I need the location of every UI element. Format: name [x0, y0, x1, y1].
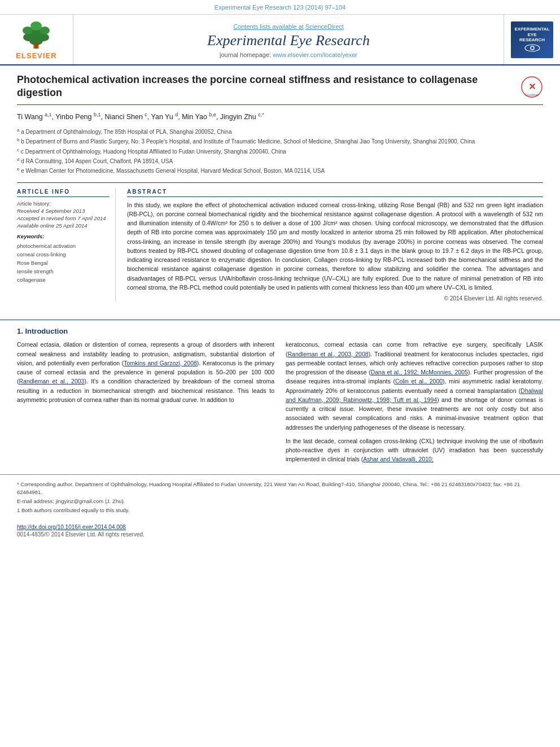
history-label: Article history: [17, 200, 110, 207]
ref-dhaliwal[interactable]: Dhaliwal and Kaufman, 2009; Rabinowitz, … [286, 387, 543, 403]
abstract-column: ABSTRACT In this study, we explore the e… [127, 189, 543, 302]
article-info-column: ARTICLE INFO Article history: Received 4… [17, 189, 116, 302]
ref-randleman2[interactable]: Randleman et al., 2003, 2008 [288, 351, 369, 357]
ref-tomkins[interactable]: Tomkins and Garzozi, 2008 [124, 360, 196, 366]
journal-logo-box: EXPERIMENTALEYERESEARCH [511, 21, 553, 58]
journal-logo-section: EXPERIMENTALEYERESEARCH [504, 15, 560, 64]
elsevier-tree-icon [16, 19, 56, 50]
equal-contrib-footnote: 1 Both authors contributed equally to th… [17, 506, 543, 514]
keywords-label: Keywords: [17, 233, 110, 239]
svg-text:✕: ✕ [528, 82, 536, 91]
elsevier-logo-section: ELSEVIER [0, 15, 73, 64]
article-area: Photochemical activation increases the p… [0, 65, 560, 313]
intro-section: 1. Introduction Corneal ectasia, dilatio… [0, 327, 560, 468]
keyword-3: Rose Bengal [17, 259, 110, 267]
email-footnote: E-mail address: jingyinz@gmail.com (J. Z… [17, 497, 543, 505]
keyword-5: collagenase [17, 276, 110, 284]
journal-logo-title: EXPERIMENTALEYERESEARCH [514, 27, 549, 43]
issn-line: 0014-4835/© 2014 Elsevier Ltd. All right… [17, 531, 560, 538]
accepted-date: Accepted in revised form 7 April 2014 [17, 215, 110, 221]
authors-line: Ti Wang a,1, Yinbo Peng b,1, Nianci Shen… [17, 111, 543, 123]
ref-colin[interactable]: Colin et al., 2000 [395, 378, 443, 385]
journal-homepage: journal homepage: www.elsevier.com/locat… [220, 51, 357, 58]
intro-heading: 1. Introduction [17, 327, 543, 335]
section-divider [0, 320, 560, 320]
elsevier-text: ELSEVIER [16, 51, 56, 60]
svg-text:CrossMark: CrossMark [525, 93, 539, 97]
eye-icon [524, 44, 540, 53]
doi-line[interactable]: http://dx.doi.org/10.1016/j.exer.2014.04… [17, 524, 560, 530]
journal-title: Experimental Eye Research [207, 32, 370, 49]
sciencedirect-link[interactable]: ScienceDirect [305, 23, 344, 30]
intro-col-right: keratoconus, corneal ectasia can come fr… [286, 340, 543, 468]
keyword-1: photochemical activation [17, 242, 110, 250]
article-history: Article history: Received 4 September 20… [17, 200, 110, 229]
article-title: Photochemical activation increases the p… [17, 73, 515, 100]
svg-rect-8 [34, 43, 38, 49]
journal-citation: Experimental Eye Research 123 (2014) 97–… [215, 4, 345, 11]
footnotes-area: * Corresponding author. Department of Op… [0, 474, 560, 519]
intro-two-col: Corneal ectasia, dilation or distention … [17, 340, 543, 468]
abstract-paragraph: In this study, we explore the effect of … [127, 200, 543, 292]
available-date: Available online 25 April 2014 [17, 222, 110, 229]
journal-header: ELSEVIER Contents lists available at Sci… [0, 15, 560, 65]
top-bar: Experimental Eye Research 123 (2014) 97–… [0, 0, 560, 15]
keyword-2: corneal cross-linking [17, 250, 110, 259]
homepage-url[interactable]: www.elsevier.com/locate/yexer [273, 51, 357, 58]
affiliations: a a Department of Ophthalmology, The 85t… [17, 127, 543, 176]
intro-right-text-1: keratoconus, corneal ectasia can come fr… [286, 340, 543, 432]
article-info-label: ARTICLE INFO [17, 189, 110, 197]
abstract-label: ABSTRACT [127, 189, 543, 197]
ref-randleman[interactable]: Randleman et al., 2003 [19, 378, 85, 385]
ref-ashar[interactable]: Ashar and Vadavalli, 2010; [363, 456, 434, 462]
keywords-section: Keywords: photochemical activation corne… [17, 233, 110, 285]
crossmark[interactable]: ✕ CrossMark [520, 76, 543, 98]
received-date: Received 4 September 2013 [17, 208, 110, 214]
journal-header-center: Contents lists available at ScienceDirec… [73, 15, 504, 64]
contents-line: Contents lists available at ScienceDirec… [233, 23, 344, 30]
svg-point-11 [531, 47, 533, 49]
corresponding-footnote: * Corresponding author. Department of Op… [17, 480, 543, 497]
article-info-abstract-section: ARTICLE INFO Article history: Received 4… [17, 182, 543, 302]
ref-dana[interactable]: Dana et al., 1992; McMonnies, 2005 [371, 369, 468, 375]
intro-right-text-2: In the last decade, corneal collagen cro… [286, 436, 543, 464]
crossmark-icon: ✕ CrossMark [521, 76, 542, 98]
abstract-text: In this study, we explore the effect of … [127, 200, 543, 292]
copyright-line: © 2014 Elsevier Ltd. All rights reserved… [127, 295, 543, 302]
keywords-list: photochemical activation corneal cross-l… [17, 242, 110, 285]
keyword-4: tensile strength [17, 267, 110, 276]
article-title-row: Photochemical activation increases the p… [17, 73, 543, 105]
svg-point-7 [30, 21, 42, 30]
intro-left-text: Corneal ectasia, dilation or distention … [17, 340, 274, 404]
intro-col-left: Corneal ectasia, dilation or distention … [17, 340, 274, 468]
